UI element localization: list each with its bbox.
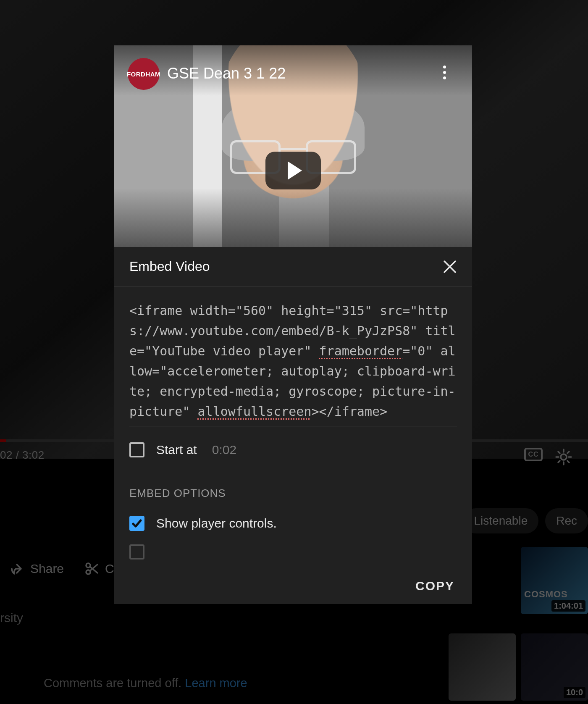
bg-time-display: 02 / 3:02 [0, 449, 45, 462]
start-at-time-input[interactable]: 0:02 [212, 443, 236, 457]
play-icon [288, 161, 302, 180]
embed-code-textarea[interactable]: <iframe width="560" height="315" src="ht… [129, 301, 457, 426]
clip-label: C [105, 562, 114, 576]
clip-button[interactable]: C [84, 561, 114, 576]
cc-button[interactable]: CC [524, 448, 543, 466]
comments-off-text: Comments are turned off. [44, 676, 181, 690]
dialog-title: Embed Video [129, 259, 210, 274]
dialog-header: Embed Video [114, 247, 472, 286]
option-checkbox[interactable] [129, 544, 144, 560]
learn-more-link[interactable]: Learn more [185, 676, 247, 690]
embed-options-heading: EMBED OPTIONS [129, 487, 457, 500]
preview-video-title: GSE Dean 3 1 22 [167, 65, 286, 82]
show-controls-checkbox[interactable] [129, 516, 144, 531]
related-thumb-row-1: COSMOS 1:04:01 [521, 547, 588, 614]
channel-name-fragment: rsity [0, 611, 23, 625]
related-thumbnail[interactable]: 10:0 [521, 633, 588, 701]
thumbnail-duration: 1:04:01 [551, 600, 585, 612]
comments-notice: Comments are turned off. Learn more [44, 676, 247, 690]
channel-avatar[interactable]: FORDHAM [128, 58, 160, 90]
start-at-label: Start at [156, 443, 197, 457]
related-thumbnail[interactable] [449, 633, 516, 701]
dialog-body: <iframe width="560" height="315" src="ht… [114, 286, 472, 604]
show-controls-label: Show player controls. [156, 516, 277, 531]
bg-progress-fill [0, 439, 6, 442]
related-thumb-row-2: 10:0 [449, 633, 588, 701]
play-button[interactable] [265, 152, 321, 189]
dialog-footer: COPY [114, 568, 472, 604]
share-label: Share [30, 562, 64, 576]
chip-recent[interactable]: Rec [545, 508, 588, 533]
related-filter-chips: Listenable Rec [463, 508, 588, 533]
chip-listenable[interactable]: Listenable [463, 508, 539, 533]
thumb-title-fragment: COSMOS [524, 589, 568, 600]
related-thumbnail[interactable]: COSMOS 1:04:01 [521, 547, 588, 614]
embed-preview-player[interactable]: FORDHAM GSE Dean 3 1 22 [114, 45, 472, 247]
settings-gear-icon[interactable] [554, 448, 573, 466]
more-options-icon[interactable] [437, 65, 452, 80]
svg-point-0 [561, 454, 567, 460]
share-button[interactable]: Share [9, 561, 64, 576]
copy-button[interactable]: COPY [415, 579, 454, 593]
start-at-checkbox[interactable] [129, 442, 144, 457]
embed-video-dialog: FORDHAM GSE Dean 3 1 22 Embed Video <ifr… [114, 45, 472, 604]
start-at-row: Start at 0:02 [129, 442, 457, 457]
close-button[interactable] [443, 260, 457, 274]
next-option-row-truncated [129, 544, 457, 560]
thumbnail-duration: 10:0 [564, 687, 585, 698]
show-controls-row: Show player controls. [129, 516, 457, 531]
